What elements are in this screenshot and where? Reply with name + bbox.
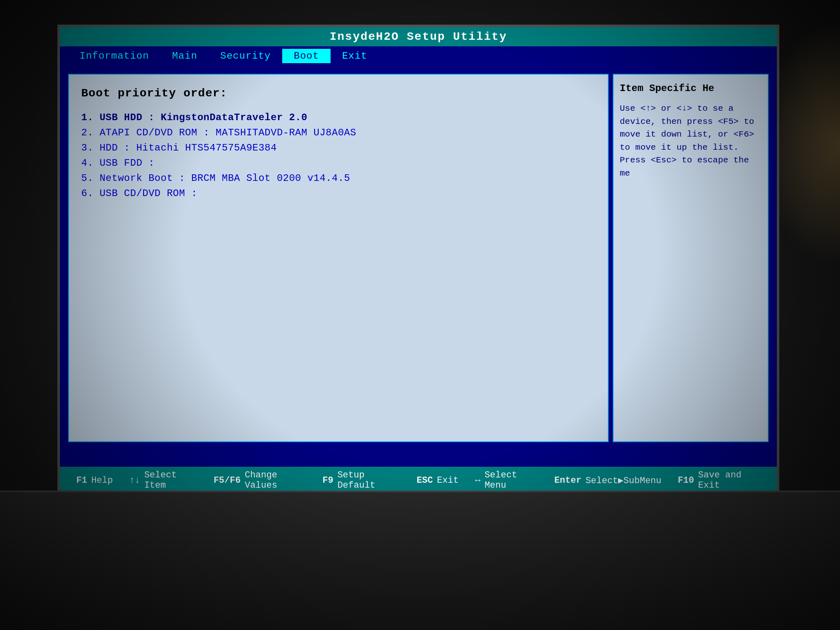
f5f6-desc: Change Values (245, 470, 306, 491)
esc-desc: Exit (437, 475, 459, 486)
boot-item-6-label: USB CD/DVD ROM : (100, 188, 197, 199)
boot-item-4-number: 4. (81, 158, 100, 169)
help-panel: Item Specific He Use <↑> or <↓> to se a … (613, 74, 769, 442)
content-area: Boot priority order: 1. USB HDD : Kingst… (60, 66, 777, 450)
status-f1: F1 Help (68, 470, 121, 491)
boot-item-6[interactable]: 6. USB CD/DVD ROM : (81, 188, 596, 199)
f9-desc: Setup Default (338, 470, 400, 491)
menu-main[interactable]: Main (160, 49, 209, 63)
boot-item-2[interactable]: 2. ATAPI CD/DVD ROM : MATSHITADVD-RAM UJ… (81, 127, 596, 138)
status-esc: ESC Exit (409, 470, 467, 491)
arrows-key: ↑↓ (129, 475, 140, 486)
boot-item-5-label: Network Boot : BRCM MBA Slot 0200 v14.4.… (100, 173, 350, 184)
menu-security[interactable]: Security (209, 49, 282, 63)
boot-item-2-label: ATAPI CD/DVD ROM : MATSHITADVD-RAM UJ8A0… (100, 127, 356, 138)
help-title: Item Specific He (620, 83, 762, 94)
f10-desc: Save and Exit (698, 470, 760, 491)
boot-item-3-number: 3. (81, 142, 100, 153)
status-f10: F10 Save and Exit (669, 470, 769, 491)
boot-item-4-label: USB FDD : (100, 158, 155, 169)
title-text: InsydeH2O Setup Utility (330, 30, 507, 43)
help-text: Use <↑> or <↓> to se a device, then pres… (620, 102, 762, 180)
bios-title: InsydeH2O Setup Utility (60, 27, 777, 46)
bios-screen: InsydeH2O Setup Utility Information Main… (57, 25, 779, 496)
menu-bar: Information Main Security Boot Exit (60, 46, 777, 66)
f10-key: F10 (678, 475, 694, 486)
status-f9: F9 Setup Default (314, 470, 409, 491)
boot-item-2-number: 2. (81, 127, 100, 138)
f9-key: F9 (322, 475, 333, 486)
status-lr: ↔ Select Menu (467, 470, 546, 491)
menu-information[interactable]: Information (68, 49, 160, 63)
lr-desc: Select Menu (484, 470, 538, 491)
boot-item-1-label: USB HDD : KingstonDataTraveler 2.0 (100, 112, 308, 123)
status-bar: F1 Help ↑↓ Select Item F5/F6 Change Valu… (60, 467, 777, 494)
status-arrows: ↑↓ Select Item (121, 470, 205, 491)
boot-item-3[interactable]: 3. HDD : Hitachi HTS547575A9E384 (81, 142, 596, 153)
enter-key: Enter (555, 475, 582, 486)
boot-item-3-label: HDD : Hitachi HTS547575A9E384 (100, 142, 277, 153)
boot-item-5[interactable]: 5. Network Boot : BRCM MBA Slot 0200 v14… (81, 173, 596, 184)
boot-item-1-number: 1. (81, 112, 100, 123)
menu-boot[interactable]: Boot (282, 49, 331, 63)
boot-item-5-number: 5. (81, 173, 100, 184)
f5f6-key: F5/F6 (214, 475, 241, 486)
lr-key: ↔ (475, 475, 480, 486)
f1-key: F1 (76, 475, 87, 486)
arrows-desc: Select Item (144, 470, 197, 491)
esc-key: ESC (417, 475, 433, 486)
boot-order-panel: Boot priority order: 1. USB HDD : Kingst… (68, 74, 609, 442)
enter-desc: Select▶SubMenu (586, 475, 662, 486)
keyboard-area (0, 491, 840, 630)
status-f5f6: F5/F6 Change Values (205, 470, 315, 491)
f1-desc: Help (91, 475, 113, 486)
boot-order-title: Boot priority order: (81, 87, 596, 100)
boot-item-6-number: 6. (81, 188, 100, 199)
boot-item-1[interactable]: 1. USB HDD : KingstonDataTraveler 2.0 (81, 112, 596, 123)
boot-item-4[interactable]: 4. USB FDD : (81, 158, 596, 169)
menu-exit[interactable]: Exit (331, 49, 379, 63)
status-enter: Enter Select▶SubMenu (546, 470, 670, 491)
